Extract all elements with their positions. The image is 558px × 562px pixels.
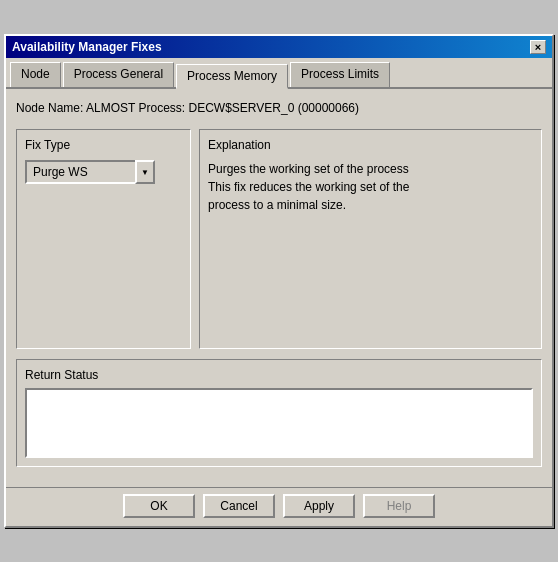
ok-button[interactable]: OK	[123, 494, 195, 518]
apply-button[interactable]: Apply	[283, 494, 355, 518]
tab-node[interactable]: Node	[10, 62, 61, 87]
explanation-line2: This fix reduces the working set of the	[208, 180, 409, 194]
explanation-panel: Explanation Purges the working set of th…	[199, 129, 542, 349]
explanation-label: Explanation	[208, 138, 533, 152]
return-status-box	[25, 388, 533, 458]
tab-content: Node Name: ALMOST Process: DECW$SERVER_0…	[6, 89, 552, 487]
fix-type-inner: Purge WS ▼	[25, 160, 182, 340]
explanation-line1: Purges the working set of the process	[208, 162, 409, 176]
node-name-row: Node Name: ALMOST Process: DECW$SERVER_0…	[16, 99, 542, 117]
fix-type-label: Fix Type	[25, 138, 182, 152]
cancel-button[interactable]: Cancel	[203, 494, 275, 518]
return-status-label: Return Status	[25, 368, 533, 382]
fix-type-select[interactable]: Purge WS	[25, 160, 155, 184]
return-status-panel: Return Status	[16, 359, 542, 467]
fix-type-panel: Fix Type Purge WS ▼	[16, 129, 191, 349]
fix-type-select-wrapper: Purge WS ▼	[25, 160, 155, 184]
tab-process-general[interactable]: Process General	[63, 62, 174, 87]
panels-row: Fix Type Purge WS ▼ Explanation Purges t…	[16, 129, 542, 349]
tab-process-memory[interactable]: Process Memory	[176, 64, 288, 89]
title-bar: Availability Manager Fixes ×	[6, 36, 552, 58]
tab-process-limits[interactable]: Process Limits	[290, 62, 390, 87]
main-window: Availability Manager Fixes × Node Proces…	[4, 34, 554, 528]
help-button[interactable]: Help	[363, 494, 435, 518]
explanation-inner: Purges the working set of the process Th…	[208, 160, 533, 340]
close-button[interactable]: ×	[530, 40, 546, 54]
explanation-text: Purges the working set of the process Th…	[208, 160, 533, 214]
window-title: Availability Manager Fixes	[12, 40, 162, 54]
explanation-line3: process to a minimal size.	[208, 198, 346, 212]
tab-bar: Node Process General Process Memory Proc…	[6, 58, 552, 89]
bottom-buttons: OK Cancel Apply Help	[6, 487, 552, 526]
